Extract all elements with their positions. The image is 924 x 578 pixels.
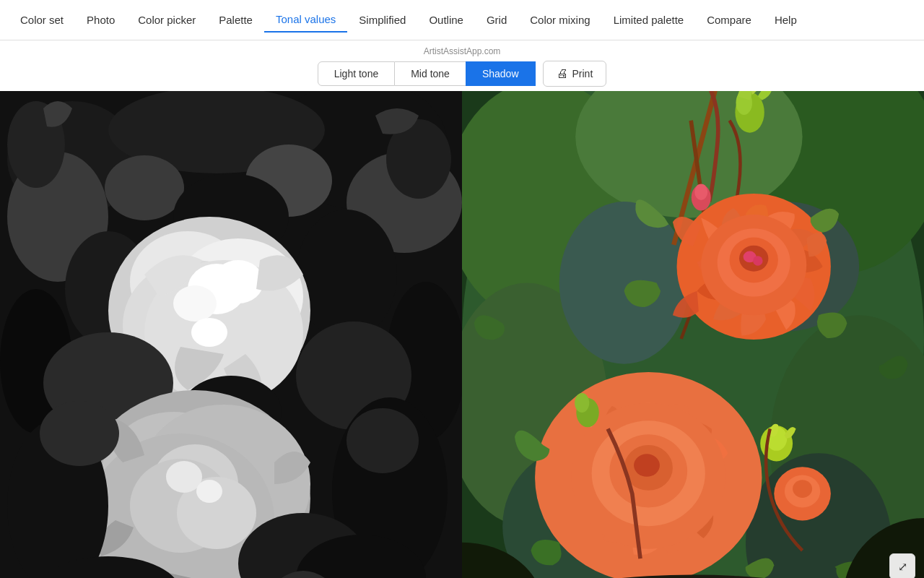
photo-panel: ⤢ <box>462 91 924 578</box>
svg-point-78 <box>793 480 812 498</box>
svg-point-75 <box>575 393 589 413</box>
svg-point-32 <box>166 461 202 493</box>
nav-item-color-picker[interactable]: Color picker <box>126 8 207 32</box>
nav-item-photo[interactable]: Photo <box>75 8 126 32</box>
nav-item-color-set[interactable]: Color set <box>9 8 75 32</box>
svg-point-67 <box>694 184 707 199</box>
shadow-button[interactable]: Shadow <box>466 61 536 86</box>
nav-item-simplified[interactable]: Simplified <box>347 8 417 32</box>
svg-point-7 <box>105 155 184 220</box>
photo-canvas: ⤢ <box>462 91 924 578</box>
expand-icon: ⤢ <box>898 560 907 574</box>
svg-point-33 <box>196 480 222 503</box>
svg-point-10 <box>296 210 397 340</box>
subtitle-bar: ArtistAssistApp.com Light tone Mid tone … <box>0 40 924 91</box>
svg-point-50 <box>559 202 689 364</box>
expand-button[interactable]: ⤢ <box>889 553 915 578</box>
nav-item-outline[interactable]: Outline <box>417 8 475 32</box>
tone-buttons: Light tone Mid tone Shadow 🖨 Print <box>318 61 607 87</box>
light-tone-button[interactable]: Light tone <box>318 61 396 86</box>
svg-point-19 <box>173 285 217 322</box>
subtitle-text: ArtistAssistApp.com <box>424 46 501 56</box>
main-content: ⤢ <box>0 91 924 578</box>
svg-point-65 <box>753 256 762 265</box>
mid-tone-button[interactable]: Mid tone <box>395 61 466 86</box>
print-label: Print <box>572 68 593 79</box>
tonal-panel <box>0 91 462 578</box>
svg-point-42 <box>346 408 419 473</box>
nav-item-color-mixing[interactable]: Color mixing <box>518 8 601 32</box>
tonal-canvas <box>0 91 462 578</box>
nav-item-compare[interactable]: Compare <box>695 8 763 32</box>
nav-item-grid[interactable]: Grid <box>475 8 518 32</box>
nav-item-limited-palette[interactable]: Limited palette <box>602 8 696 32</box>
nav-item-help[interactable]: Help <box>763 8 808 32</box>
nav-item-tonal-values[interactable]: Tonal values <box>264 7 347 33</box>
nav-item-palette[interactable]: Palette <box>207 8 264 32</box>
print-icon: 🖨 <box>557 67 568 80</box>
svg-point-73 <box>634 454 660 476</box>
nav-bar: Color set Photo Color picker Palette Ton… <box>0 0 924 40</box>
svg-point-21 <box>191 318 227 347</box>
svg-point-20 <box>213 260 263 303</box>
svg-point-41 <box>40 401 119 466</box>
print-button[interactable]: 🖨 Print <box>543 61 607 87</box>
